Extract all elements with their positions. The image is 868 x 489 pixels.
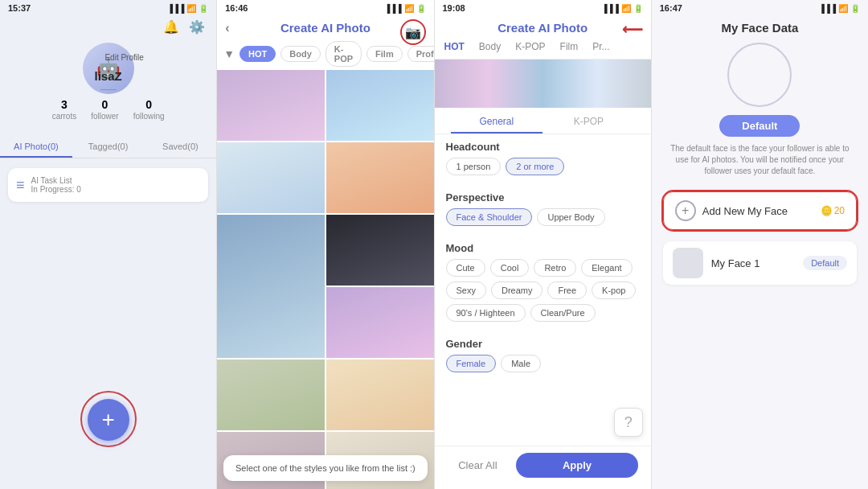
camera-button[interactable]: 📷 <box>400 19 426 45</box>
back-button-3[interactable]: ⟵ <box>622 21 643 39</box>
perspective-section: Perspective Face & Shoulder Upper Body <box>435 185 651 236</box>
add-face-label: Add New My Face <box>702 205 814 217</box>
signal-icon-4: ▐▐▐ <box>819 4 836 13</box>
chip-1-person[interactable]: 1 person <box>446 158 502 175</box>
tab-tagged[interactable]: Tagged(0) <box>72 137 145 158</box>
back-button-2[interactable]: ‹ <box>225 21 229 35</box>
chip-female[interactable]: Female <box>446 355 497 372</box>
panel-filter: 19:08 ▐▐▐ 📶 🔋 Create AI Photo ⟵ HOT Body… <box>434 0 651 489</box>
status-icons-1: ▐▐▐ 📶 🔋 <box>167 4 208 13</box>
profile-tabs: AI Photo(0) Tagged(0) Saved(0) <box>0 137 216 158</box>
signal-icon-3: ▐▐▐ <box>601 4 618 13</box>
perspective-chips: Face & Shoulder Upper Body <box>446 208 640 226</box>
status-bar-3: 19:08 ▐▐▐ 📶 🔋 <box>435 0 651 16</box>
face-name-1: My Face 1 <box>711 257 795 269</box>
photo-cell-7[interactable] <box>326 287 434 358</box>
p3-filter-kpop[interactable]: K-POP <box>512 39 548 54</box>
photo-cell-1[interactable] <box>217 70 325 141</box>
profile-section: 🤖 Edit Profile lisaZ —— 3 carrots 0 foll… <box>0 38 216 129</box>
username: lisaZ <box>95 69 122 83</box>
mood-label: Mood <box>446 242 640 254</box>
chip-90s[interactable]: 90's / Highteen <box>446 304 526 322</box>
notification-icon[interactable]: 🔔 <box>163 19 179 35</box>
battery-icon-3: 🔋 <box>633 4 643 13</box>
headcount-label: Headcount <box>446 141 640 153</box>
stat-carrots: 3 carrots <box>52 98 77 121</box>
photo-cell-8[interactable] <box>217 360 325 430</box>
headcount-section: Headcount 1 person 2 or more <box>435 134 651 185</box>
headcount-chips: 1 person 2 or more <box>446 158 640 175</box>
camera-icon[interactable]: 📷 <box>400 19 426 45</box>
chip-cute[interactable]: Cute <box>446 259 485 277</box>
coin-count: 🪙 20 <box>821 205 845 216</box>
p3-filter-body[interactable]: Body <box>476 39 504 54</box>
chip-upper-body[interactable]: Upper Body <box>537 208 604 226</box>
default-face-button[interactable]: Default <box>719 115 800 137</box>
wifi-icon-3: 📶 <box>621 4 631 13</box>
filter-icon[interactable]: ▼ <box>223 47 235 60</box>
photo-grid: ? <box>217 70 433 489</box>
chip-cool[interactable]: Cool <box>490 259 530 277</box>
help-button[interactable]: ? <box>614 408 643 437</box>
chip-dreamy[interactable]: Dreamy <box>491 281 543 299</box>
tooltip-box: Select one of the styles you like from t… <box>223 455 427 481</box>
filter-profile[interactable]: Profile <box>407 46 434 62</box>
panel-face-data: 16:47 ▐▐▐ 📶 🔋 My Face Data Default The d… <box>651 0 868 489</box>
chip-retro[interactable]: Retro <box>534 259 576 277</box>
chip-male[interactable]: Male <box>501 355 541 372</box>
gender-chips: Female Male <box>446 355 640 372</box>
filter-kpop[interactable]: K-POP <box>326 41 362 67</box>
add-face-button[interactable]: + Add New My Face 🪙 20 <box>663 191 857 230</box>
status-icons-4: ▐▐▐ 📶 🔋 <box>819 4 860 13</box>
general-kpop-tabs: General K-POP <box>435 111 651 134</box>
tab-kpop[interactable]: K-POP <box>542 111 635 134</box>
filter-title: Create AI Photo <box>497 21 588 35</box>
filter-row-3: HOT Body K-POP Film Pr... <box>435 38 651 60</box>
chip-elegant[interactable]: Elegant <box>581 259 632 277</box>
chip-face-shoulder[interactable]: Face & Shoulder <box>446 208 533 226</box>
time-1: 15:37 <box>8 3 31 13</box>
p3-filter-pr[interactable]: Pr... <box>589 39 612 54</box>
status-bar-1: 15:37 ▐▐▐ 📶 🔋 <box>0 0 216 16</box>
face-default-badge-1[interactable]: Default <box>803 256 847 270</box>
tab-saved[interactable]: Saved(0) <box>145 137 217 158</box>
photo-cell-6[interactable] <box>326 215 434 286</box>
photos-preview-strip <box>435 60 651 108</box>
filter-header: Create AI Photo ⟵ <box>435 16 651 38</box>
time-4: 16:47 <box>660 3 682 13</box>
chip-clean[interactable]: Clean/Pure <box>530 304 596 322</box>
chip-sexy[interactable]: Sexy <box>446 281 486 299</box>
signal-icon-2: ▐▐▐ <box>384 4 401 13</box>
gender-label: Gender <box>446 338 640 350</box>
p3-filter-hot[interactable]: HOT <box>441 39 468 54</box>
filter-bottom-actions: Clear All Apply <box>435 446 651 489</box>
tab-ai-photo[interactable]: AI Photo(0) <box>0 137 72 158</box>
filter-film[interactable]: Film <box>366 46 403 62</box>
filter-body[interactable]: Body <box>280 46 321 62</box>
photo-cell-2[interactable] <box>326 70 434 141</box>
settings-icon[interactable]: ⚙️ <box>189 19 205 35</box>
chip-kpop[interactable]: K-pop <box>592 281 636 299</box>
user-stats: 3 carrots 0 follower 0 following <box>52 98 165 121</box>
clear-all-button[interactable]: Clear All <box>448 459 509 471</box>
photo-cell-9[interactable] <box>326 360 434 430</box>
time-3: 19:08 <box>443 3 465 13</box>
task-text: AI Task List In Progress: 0 <box>31 176 81 194</box>
wifi-icon: 📶 <box>186 4 196 13</box>
photo-cell-5[interactable] <box>217 215 325 358</box>
p3-filter-film[interactable]: Film <box>557 39 582 54</box>
apply-button[interactable]: Apply <box>516 453 638 478</box>
battery-icon-2: 🔋 <box>416 4 426 13</box>
chip-2-or-more[interactable]: 2 or more <box>506 158 564 175</box>
add-icon: + <box>675 200 696 221</box>
filter-hot[interactable]: HOT <box>240 46 276 62</box>
tab-general[interactable]: General <box>451 111 543 134</box>
photo-cell-3[interactable] <box>217 142 325 213</box>
add-button[interactable]: + <box>88 399 129 441</box>
edit-profile-button[interactable]: Edit Profile <box>104 53 143 62</box>
face-item-1[interactable]: My Face 1 Default <box>663 241 857 285</box>
stat-following: 0 following <box>133 98 165 121</box>
create-photo-header: ‹ Create AI Photo 📷 <box>217 16 433 38</box>
chip-free[interactable]: Free <box>547 281 587 299</box>
photo-cell-4[interactable] <box>326 142 434 213</box>
